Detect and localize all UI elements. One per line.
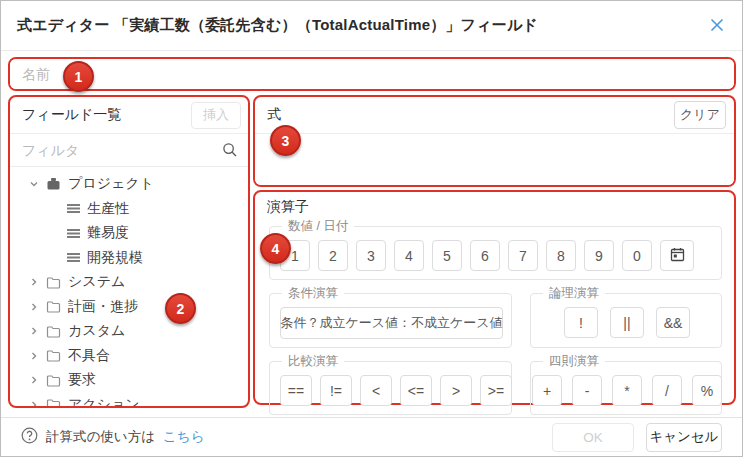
formula-textarea[interactable]	[255, 134, 734, 185]
tree-item-field[interactable]: 開発規模	[10, 246, 248, 271]
annotation-badge-1: 1	[63, 61, 94, 92]
tree-item-label: 要求	[68, 371, 96, 389]
tree-item-folder[interactable]: カスタム	[10, 319, 248, 344]
folder-icon	[46, 398, 61, 406]
operators-panel: 演算子 数値 / 日付 1 2 3 4 5 6 7 8 9 0 条件演算	[253, 190, 736, 405]
formula-header: 式 クリア	[255, 97, 734, 134]
multiply-button[interactable]: *	[612, 375, 642, 406]
tree-item-label: 生産性	[87, 200, 129, 218]
num-button-2[interactable]: 2	[318, 240, 348, 271]
chevron-right-icon	[29, 375, 39, 385]
clear-button[interactable]: クリア	[674, 101, 726, 129]
tree-item-folder[interactable]: システム	[10, 270, 248, 295]
compare-eq-button[interactable]: ==	[280, 375, 312, 406]
compare-lt-button[interactable]: <	[360, 375, 392, 406]
tree-item-project[interactable]: プロジェクト	[10, 172, 248, 197]
divide-button[interactable]: /	[652, 375, 682, 406]
folder-icon	[46, 276, 61, 289]
logical-group: 論理演算 ! || &&	[530, 285, 722, 348]
calendar-icon	[670, 247, 685, 265]
folder-icon	[46, 325, 61, 338]
tree-item-label: 開発規模	[87, 249, 143, 267]
compare-neq-button[interactable]: !=	[320, 375, 352, 406]
tree-item-folder[interactable]: 計画・進捗	[10, 295, 248, 320]
field-list-header: フィールド一覧 挿入	[10, 97, 248, 134]
tree-item-label: 難易度	[87, 224, 129, 242]
field-tree: プロジェクト 生産性 難易度 開発規模 システム 計画	[10, 167, 248, 406]
num-button-0[interactable]: 0	[622, 240, 652, 271]
tree-item-label: 不具合	[68, 347, 110, 365]
tree-item-folder[interactable]: アクション	[10, 393, 248, 407]
name-input[interactable]	[10, 59, 734, 89]
conditional-group: 条件演算 条件？成立ケース値：不成立ケース値	[269, 285, 512, 348]
field-lines-icon	[67, 203, 80, 214]
tree-item-folder[interactable]: 要求	[10, 368, 248, 393]
logical-or-button[interactable]: ||	[610, 307, 644, 338]
insert-button[interactable]: 挿入	[191, 102, 241, 129]
formula-title: 式	[267, 106, 281, 124]
compare-gt-button[interactable]: >	[440, 375, 472, 406]
field-list-panel: フィールド一覧 挿入 プロジェクト 生産性 難易度	[8, 95, 250, 408]
comparison-group: 比較演算 == != < <= > >=	[269, 353, 512, 415]
tree-item-folder[interactable]: 不具合	[10, 344, 248, 369]
num-button-6[interactable]: 6	[470, 240, 500, 271]
chevron-down-icon	[29, 179, 39, 189]
logical-not-button[interactable]: !	[564, 307, 598, 338]
chevron-right-icon	[29, 400, 39, 406]
num-button-9[interactable]: 9	[584, 240, 614, 271]
tree-item-label: カスタム	[68, 322, 125, 340]
close-icon[interactable]	[704, 12, 730, 38]
name-field-annotated-box	[8, 57, 736, 91]
tree-item-label: システム	[68, 273, 125, 291]
plus-button[interactable]: +	[532, 375, 562, 406]
help-link[interactable]: こちら	[163, 428, 204, 446]
num-button-3[interactable]: 3	[356, 240, 386, 271]
chevron-right-icon	[29, 277, 39, 287]
chevron-right-icon	[29, 351, 39, 361]
filter-row	[10, 134, 248, 167]
num-button-8[interactable]: 8	[546, 240, 576, 271]
folder-icon	[46, 300, 61, 313]
annotation-badge-2: 2	[165, 293, 196, 324]
annotation-badge-4: 4	[260, 233, 291, 264]
arithmetic-legend: 四則演算	[543, 353, 605, 370]
num-button-7[interactable]: 7	[508, 240, 538, 271]
numeric-date-legend: 数値 / 日付	[282, 218, 354, 235]
num-button-5[interactable]: 5	[432, 240, 462, 271]
dialog-title: 式エディター 「実績工数（委託先含む）（TotalActualTime）」フィー…	[17, 16, 538, 35]
formula-panel: 式 クリア	[253, 95, 736, 187]
numeric-date-group: 数値 / 日付 1 2 3 4 5 6 7 8 9 0	[269, 218, 722, 280]
comparison-legend: 比較演算	[282, 353, 344, 370]
field-lines-icon	[67, 228, 80, 239]
filter-input[interactable]	[10, 134, 248, 166]
logical-and-button[interactable]: &&	[656, 307, 690, 338]
dialog-titlebar: 式エディター 「実績工数（委託先含む）（TotalActualTime）」フィー…	[1, 1, 742, 51]
compare-gte-button[interactable]: >=	[480, 375, 512, 406]
help-text: 計算式の使い方は	[46, 428, 155, 446]
formula-editor-dialog: 式エディター 「実績工数（委託先含む）（TotalActualTime）」フィー…	[0, 0, 743, 457]
compare-lte-button[interactable]: <=	[400, 375, 432, 406]
field-lines-icon	[67, 252, 80, 263]
operators-title: 演算子	[267, 198, 724, 216]
tree-item-label: 計画・進捗	[68, 298, 138, 316]
annotation-badge-3: 3	[270, 125, 301, 156]
minus-button[interactable]: -	[572, 375, 602, 406]
tree-item-field[interactable]: 生産性	[10, 197, 248, 222]
tree-item-field[interactable]: 難易度	[10, 221, 248, 246]
conditional-legend: 条件演算	[282, 285, 344, 302]
search-icon	[222, 142, 238, 162]
modulo-button[interactable]: %	[692, 375, 722, 406]
folder-icon	[46, 349, 61, 362]
field-list-title: フィールド一覧	[22, 106, 121, 124]
conditional-operator-button[interactable]: 条件？成立ケース値：不成立ケース値	[280, 307, 503, 339]
folder-icon	[46, 374, 61, 387]
num-button-4[interactable]: 4	[394, 240, 424, 271]
calendar-icon-button[interactable]	[660, 240, 694, 271]
logical-legend: 論理演算	[543, 285, 605, 302]
project-icon	[46, 177, 61, 191]
dialog-footer: 計算式の使い方はこちら OK キャンセル	[1, 417, 742, 456]
question-circle-icon	[21, 427, 38, 447]
cancel-button[interactable]: キャンセル	[646, 423, 722, 452]
tree-item-label: アクション	[68, 396, 140, 406]
ok-button[interactable]: OK	[552, 423, 634, 452]
